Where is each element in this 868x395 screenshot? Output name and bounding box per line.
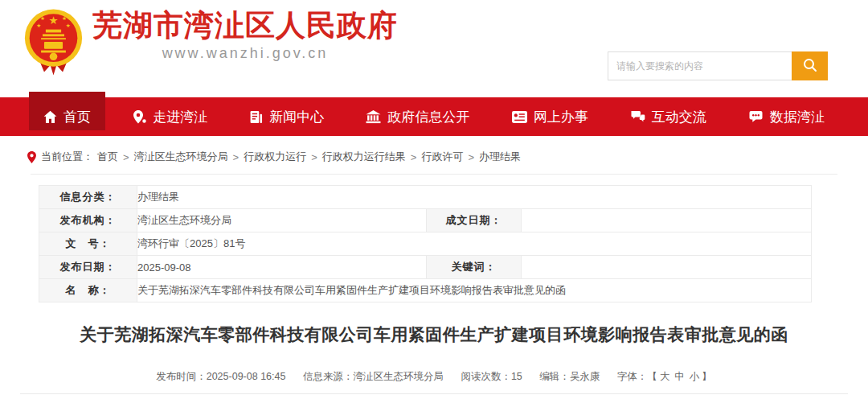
home-icon bbox=[43, 110, 57, 124]
breadcrumb-item-bureau[interactable]: 湾沚区生态环境分局 bbox=[134, 150, 228, 164]
search-input[interactable] bbox=[608, 51, 792, 80]
site-brand: 芜湖市湾沚区人民政府 www.wanzhi.gov.cn bbox=[92, 8, 398, 62]
publish-time: 发布时间：2025-09-08 16:45 bbox=[156, 371, 285, 382]
breadcrumb-separator: > bbox=[233, 151, 240, 163]
table-row: 信息分类： 办理结果 bbox=[39, 186, 812, 209]
svg-text:★: ★ bbox=[48, 14, 58, 27]
nav-item-gov-info[interactable]: 政府信息公开 bbox=[351, 97, 484, 136]
breadcrumb-item-power-results[interactable]: 行政权力运行结果 bbox=[322, 150, 406, 164]
breadcrumb-item-home[interactable]: 首页 bbox=[97, 150, 118, 164]
nav-item-online-services[interactable]: 网上办事 bbox=[497, 97, 603, 136]
breadcrumb-item-admin-permit[interactable]: 行政许可 bbox=[421, 150, 463, 164]
document-info-table: 信息分类： 办理结果 发布机构： 湾沚区生态环境分局 成文日期： 文 号： 湾环… bbox=[39, 185, 812, 302]
article-meta: 发布时间：2025-09-08 16:45 信息来源：湾沚区生态环境分局 阅读次… bbox=[0, 370, 868, 384]
nav-item-label: 新闻中心 bbox=[269, 108, 324, 126]
nav-item-label: 首页 bbox=[63, 108, 91, 126]
breadcrumb-separator: > bbox=[123, 151, 129, 163]
info-category-value: 办理结果 bbox=[137, 186, 812, 209]
content-divider bbox=[20, 393, 848, 394]
location-icon bbox=[133, 110, 146, 124]
info-category-label: 信息分类： bbox=[39, 186, 137, 209]
site-url: www.wanzhi.gov.cn bbox=[162, 45, 329, 62]
breadcrumb-separator: > bbox=[311, 151, 317, 163]
nav-item-interaction[interactable]: 互动交流 bbox=[616, 97, 721, 136]
table-row: 名 称： 关于芜湖拓深汽车零部件科技有限公司车用紧固件生产扩建项目环境影响报告表… bbox=[39, 279, 812, 302]
svg-text:★: ★ bbox=[62, 15, 67, 21]
doc-name-value: 关于芜湖拓深汽车零部件科技有限公司车用紧固件生产扩建项目环境影响报告表审批意见的… bbox=[137, 279, 812, 302]
font-size-control: 字体：【大中小】 bbox=[617, 371, 712, 382]
nav-item-data[interactable]: 数据湾沚 bbox=[734, 97, 839, 136]
keywords-value bbox=[522, 256, 812, 279]
nav-item-label: 互动交流 bbox=[652, 108, 706, 126]
font-size-label: 字体： bbox=[617, 371, 648, 382]
site-search bbox=[608, 51, 828, 80]
font-size-large-button[interactable]: 大 bbox=[660, 371, 670, 382]
news-icon bbox=[249, 110, 263, 124]
svg-text:★: ★ bbox=[40, 15, 45, 21]
nav-item-home[interactable]: 首页 bbox=[29, 97, 105, 136]
info-source: 信息来源：湾沚区生态环境分局 bbox=[303, 371, 444, 382]
data-bubble-icon bbox=[748, 110, 764, 123]
chat-bubbles-icon bbox=[630, 110, 645, 123]
publish-date-value: 2025-09-08 bbox=[137, 256, 427, 279]
national-emblem-icon: ★ ★ ★ ★ ★ bbox=[23, 6, 84, 77]
search-button[interactable] bbox=[792, 51, 828, 80]
nav-item-news[interactable]: 新闻中心 bbox=[235, 97, 338, 136]
site-title: 芜湖市湾沚区人民政府 bbox=[92, 8, 398, 43]
site-header: ★ ★ ★ ★ ★ 芜湖市湾沚区人民政府 www.wanzhi.gov.cn bbox=[0, 0, 868, 97]
editor: 编辑：吴永康 bbox=[539, 371, 600, 382]
table-row: 发布机构： 湾沚区生态环境分局 成文日期： bbox=[39, 209, 812, 232]
font-size-medium-button[interactable]: 中 bbox=[674, 371, 685, 382]
doc-name-label: 名 称： bbox=[39, 279, 137, 302]
font-bracket-close: 】 bbox=[702, 371, 712, 382]
svg-text:★: ★ bbox=[36, 23, 41, 28]
keywords-label: 关键词： bbox=[427, 256, 522, 279]
doc-number-label: 文 号： bbox=[39, 232, 137, 256]
breadcrumb-item-results[interactable]: 办理结果 bbox=[479, 150, 521, 164]
publish-agency-value: 湾沚区生态环境分局 bbox=[137, 209, 427, 232]
nav-item-about[interactable]: 走进湾沚 bbox=[118, 97, 222, 136]
written-date-label: 成文日期： bbox=[427, 209, 522, 232]
doc-number-value: 湾环行审〔2025〕81号 bbox=[137, 232, 812, 256]
main-nav: 首页 走进湾沚 新闻中心 bbox=[0, 97, 868, 136]
services-card-icon bbox=[512, 111, 527, 123]
publish-date-label: 发布日期： bbox=[39, 256, 137, 279]
nav-item-label: 政府信息公开 bbox=[387, 108, 469, 126]
table-row: 发布日期： 2025-09-08 关键词： bbox=[39, 256, 812, 279]
font-bracket-open: 【 bbox=[647, 371, 657, 382]
article-title: 关于芜湖拓深汽车零部件科技有限公司车用紧固件生产扩建项目环境影响报告表审批意见的… bbox=[32, 323, 836, 346]
breadcrumb-prefix: 当前位置： bbox=[41, 150, 93, 164]
breadcrumb-divider bbox=[31, 174, 837, 175]
table-row: 文 号： 湾环行审〔2025〕81号 bbox=[39, 232, 812, 256]
font-size-small-button[interactable]: 小 bbox=[690, 371, 700, 382]
nav-item-label: 网上办事 bbox=[534, 108, 588, 126]
breadcrumb-separator: > bbox=[411, 151, 417, 163]
breadcrumb-separator: > bbox=[468, 151, 474, 163]
publish-agency-label: 发布机构： bbox=[39, 209, 137, 232]
nav-item-label: 走进湾沚 bbox=[153, 108, 207, 126]
location-pin-icon bbox=[27, 151, 37, 163]
nav-item-label: 数据湾沚 bbox=[770, 108, 825, 126]
written-date-value bbox=[522, 209, 812, 232]
gov-building-icon bbox=[366, 110, 381, 124]
svg-text:★: ★ bbox=[66, 23, 71, 28]
search-icon bbox=[802, 57, 818, 76]
breadcrumb-item-power-operation[interactable]: 行政权力运行 bbox=[244, 150, 306, 164]
view-count: 阅读次数：15 bbox=[461, 371, 522, 382]
breadcrumb: 当前位置： 首页 > 湾沚区生态环境分局 > 行政权力运行 > 行政权力运行结果… bbox=[27, 150, 868, 164]
